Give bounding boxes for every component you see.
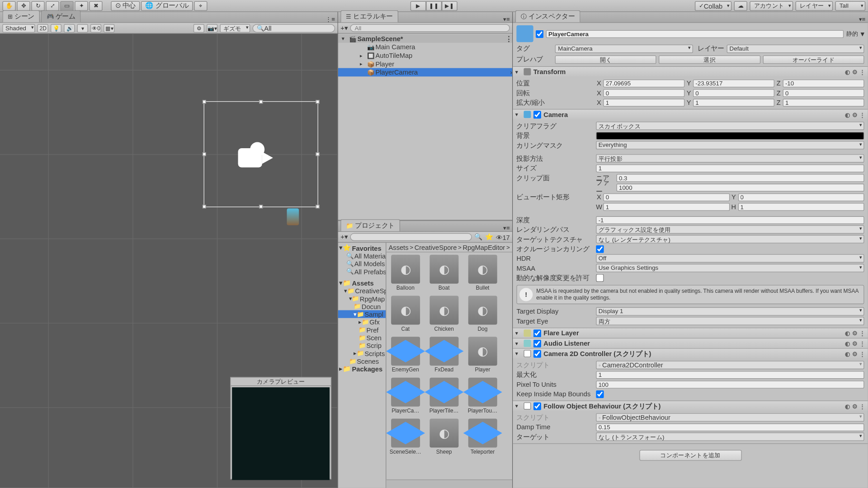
clip-near[interactable]: [617, 174, 864, 182]
target-eye[interactable]: 両方: [596, 317, 864, 325]
scale-z[interactable]: [783, 99, 864, 106]
collab-dropdown[interactable]: ✓ Collab: [695, 1, 732, 10]
script-field[interactable]: ◦ FollowObjectBehaviour: [596, 413, 864, 422]
tag-dropdown[interactable]: MainCamera: [555, 44, 693, 53]
target-field[interactable]: なし (トランスフォーム): [596, 432, 864, 441]
project-item[interactable]: SceneSele…: [389, 418, 423, 455]
target-display[interactable]: Display 1: [596, 307, 864, 316]
ptree-item[interactable]: 🔍All Prefabs: [338, 267, 386, 275]
vp-h[interactable]: [738, 203, 864, 211]
vp-x[interactable]: [603, 193, 729, 201]
project-item[interactable]: PlayerTou…: [466, 378, 500, 414]
project-item[interactable]: ◐Dog: [466, 296, 500, 332]
custom-tool[interactable]: ✖: [89, 1, 102, 10]
hier-scene[interactable]: ▾🎬 SampleScene*⋮: [338, 34, 512, 43]
shading-dropdown[interactable]: Shaded: [2, 24, 35, 33]
camera-enabled[interactable]: [533, 111, 541, 118]
rect-tool[interactable]: ▭: [60, 1, 73, 10]
player-sprite[interactable]: [287, 208, 299, 225]
project-item[interactable]: PlayerCa…: [389, 378, 423, 414]
proj-menu[interactable]: ▾≡: [501, 225, 512, 231]
scale-x[interactable]: [603, 99, 684, 106]
light-toggle[interactable]: 💡: [51, 24, 62, 33]
gameobject-icon[interactable]: [516, 25, 533, 42]
transform-tool[interactable]: ✦: [75, 1, 88, 10]
bc-item[interactable]: Assets: [389, 244, 409, 251]
pos-y[interactable]: [693, 79, 774, 87]
rot-z[interactable]: [783, 89, 864, 97]
active-checkbox[interactable]: [536, 30, 543, 38]
bc-item[interactable]: CreativeSpore: [415, 244, 457, 251]
follow-enabled[interactable]: [533, 402, 541, 410]
grid-toggle[interactable]: ▦▾: [104, 24, 115, 33]
msaa[interactable]: Use Graphics Settings: [596, 264, 864, 272]
project-item[interactable]: ◐Cat: [389, 296, 423, 332]
insp-menu[interactable]: ▾≡: [856, 16, 868, 23]
thumbnail-slider[interactable]: [386, 479, 512, 488]
pos-x[interactable]: [603, 79, 684, 87]
ptree-pkg[interactable]: ▸📁Packages: [338, 365, 386, 373]
layer-dropdown[interactable]: Default: [726, 44, 864, 53]
comp-audio-head[interactable]: ▾Audio Listener◐ ⚙ ⋮: [513, 338, 868, 348]
cam-settings[interactable]: ⚙: [193, 24, 204, 33]
mode-2d[interactable]: 2D: [38, 24, 48, 33]
ortho-size[interactable]: [596, 164, 864, 172]
ptree-item[interactable]: 📁Scrip: [338, 342, 386, 349]
prefab-select[interactable]: 選択: [659, 55, 760, 64]
damp-field[interactable]: [596, 423, 864, 431]
bc-item[interactable]: RpgMapEditor: [463, 244, 505, 251]
project-item[interactable]: ◐Sheep: [427, 418, 461, 455]
tab-scene[interactable]: ⊞ シーン: [2, 10, 40, 23]
comp-camera-head[interactable]: ▾Camera◐ ⚙ ⋮: [513, 110, 868, 119]
pause-button[interactable]: ❚❚: [426, 1, 442, 10]
clear-flags[interactable]: スカイボックス: [596, 122, 864, 130]
tab-hierarchy[interactable]: ☰ ヒエラルキー: [340, 10, 398, 23]
add-component-button[interactable]: コンポーネントを追加: [639, 450, 742, 461]
vis-icon[interactable]: 👁17: [496, 234, 510, 241]
hier-menu[interactable]: ▾≡: [501, 16, 512, 23]
occlusion-chk[interactable]: [596, 245, 604, 253]
target-tex[interactable]: なし (レンダーテクスチャ): [596, 235, 864, 244]
project-item[interactable]: ◐Player: [466, 337, 500, 373]
tab-project[interactable]: 📁 プロジェクト: [340, 219, 400, 231]
hdr[interactable]: Off: [596, 254, 864, 263]
ptree-item[interactable]: ▸📁Scripts: [338, 349, 386, 357]
tab-game[interactable]: 🎮 ゲーム: [41, 10, 81, 23]
project-item[interactable]: FxDead: [427, 337, 461, 373]
culling-mask[interactable]: Everything: [596, 141, 864, 150]
cam2d-enabled[interactable]: [533, 350, 541, 357]
search-icon[interactable]: 🔍: [474, 233, 483, 241]
projection[interactable]: 平行投影: [596, 154, 864, 163]
fav-icon[interactable]: ⭐: [485, 233, 494, 241]
hand-tool[interactable]: ✋: [2, 1, 15, 10]
audio-toggle[interactable]: 🔊: [64, 24, 75, 33]
project-item[interactable]: ◐Balloon: [389, 255, 423, 291]
scale-tool[interactable]: ⤢: [46, 1, 59, 10]
ptree-fav[interactable]: ▾⭐Favorites: [338, 244, 386, 252]
gizmo-cam[interactable]: 📷▾: [207, 24, 218, 33]
scene-search[interactable]: 🔍 All: [253, 24, 335, 33]
play-button[interactable]: ▶: [410, 1, 426, 10]
tab-menu[interactable]: ⋮≡: [323, 16, 338, 23]
ptree-item[interactable]: 📁Pref: [338, 326, 386, 333]
rotate-tool[interactable]: ↻: [31, 1, 44, 10]
hier-item[interactable]: 📷 Main Camera: [338, 43, 512, 52]
vp-y[interactable]: [738, 193, 864, 201]
fx-toggle[interactable]: ▾: [77, 24, 88, 33]
project-item[interactable]: PlayerTile…: [427, 378, 461, 414]
clip-far[interactable]: [617, 183, 864, 191]
tab-inspector[interactable]: ⓘ インスペクター: [515, 10, 580, 23]
hidden-toggle[interactable]: 👁0: [91, 24, 102, 33]
ptree-item[interactable]: 📁Docun: [338, 302, 386, 310]
hierarchy-search[interactable]: [350, 24, 510, 32]
rot-y[interactable]: [693, 89, 774, 97]
gizmo-dropdown[interactable]: ギズモ: [220, 24, 250, 33]
ptu-field[interactable]: [596, 380, 864, 388]
ptree-item[interactable]: 🔍All Material: [338, 252, 386, 259]
step-button[interactable]: ▶❚: [442, 1, 458, 10]
snap-toggle[interactable]: ⌖: [194, 1, 207, 10]
hier-create[interactable]: +▾: [340, 24, 348, 32]
ptree-item-selected[interactable]: ▾📁Sampl: [338, 310, 386, 318]
ptree-item[interactable]: ▸📁Gfx: [338, 318, 386, 326]
prefab-override[interactable]: オーバーライド: [763, 55, 864, 64]
